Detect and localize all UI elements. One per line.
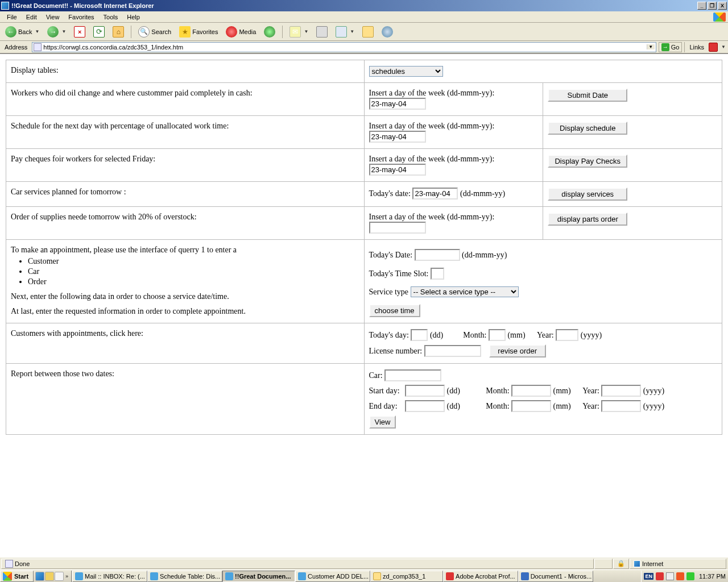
label-car-services: Car services planned for tomorrow : [11, 188, 126, 196]
desktop-icon[interactable] [55, 572, 64, 581]
suffix-format: (dd-mmm-yy) [462, 251, 507, 259]
restore-button[interactable]: ❐ [708, 2, 717, 10]
select-service-type[interactable]: -- Select a service type -- [411, 286, 519, 297]
input-end-year[interactable] [601, 400, 641, 412]
display-paychecks-button[interactable]: Display Pay Checks [548, 155, 627, 168]
page-icon [5, 560, 13, 568]
stop-button[interactable]: × [71, 24, 88, 39]
menu-view[interactable]: View [42, 13, 64, 22]
chevron-down-icon[interactable]: ▼ [304, 29, 308, 34]
ie-icon[interactable] [35, 572, 44, 581]
messenger-button[interactable] [379, 24, 396, 39]
display-services-button[interactable]: display services [548, 188, 627, 201]
input-date-supplies[interactable] [369, 222, 426, 234]
folder-icon [373, 572, 381, 580]
label-workers-cash: Workers who did oil change and where cus… [11, 89, 253, 97]
menu-tools[interactable]: Tools [99, 13, 123, 22]
forward-button[interactable]: →▼ [44, 24, 69, 39]
select-tables[interactable]: schedules [369, 66, 443, 77]
ie-icon [225, 572, 233, 580]
address-input[interactable]: https://corwgl.cs.concordia.ca/zdc353_1/… [32, 42, 656, 52]
language-indicator[interactable]: EN [644, 573, 653, 580]
ql-overflow[interactable]: » [64, 573, 69, 579]
display-parts-button[interactable]: display parts order [548, 213, 627, 226]
menu-edit[interactable]: Edit [22, 13, 42, 22]
url-text[interactable]: https://corwgl.cs.concordia.ca/zdc353_1/… [43, 44, 646, 51]
display-schedule-button[interactable]: Display schedule [548, 122, 627, 135]
appt-p3: At last, enter the requested information… [11, 307, 359, 316]
input-today-date[interactable] [415, 249, 460, 261]
suffix-yyyy: (yyyy) [643, 386, 664, 395]
input-date-paychecks[interactable] [369, 164, 426, 176]
input-car[interactable] [384, 369, 441, 381]
row-car-services: Car services planned for tomorrow : Toda… [6, 182, 722, 207]
mail-button[interactable]: ✉▼ [287, 24, 311, 39]
input-time-slot[interactable] [431, 268, 444, 280]
task-word[interactable]: Document1 - Micros... [518, 571, 593, 582]
history-button[interactable] [261, 24, 278, 39]
input-date-schedule[interactable] [369, 131, 426, 143]
menu-favorites[interactable]: Favorites [64, 13, 98, 22]
input-day[interactable] [411, 329, 428, 341]
input-date-services[interactable] [412, 188, 458, 199]
task-label: Document1 - Micros... [531, 573, 592, 580]
favorites-button[interactable]: ★Favorites [176, 24, 221, 39]
go-button[interactable]: →Go [659, 42, 682, 52]
input-end-day[interactable] [405, 400, 445, 412]
status-empty [594, 559, 613, 569]
start-button[interactable]: Start [0, 571, 34, 582]
choose-time-button[interactable]: choose time [369, 304, 420, 317]
input-end-month[interactable] [511, 400, 551, 412]
menu-help[interactable]: Help [122, 13, 144, 22]
input-month[interactable] [489, 329, 506, 341]
edit-button[interactable]: ▼ [333, 24, 357, 39]
chevron-down-icon[interactable]: ▼ [647, 44, 655, 49]
pdf-icon[interactable] [709, 43, 718, 52]
input-license[interactable] [424, 345, 481, 357]
links-label[interactable]: Links [687, 44, 706, 51]
revise-order-button[interactable]: revise order [489, 344, 546, 357]
search-button[interactable]: 🔍Search [135, 24, 174, 39]
input-year[interactable] [556, 329, 578, 341]
minimize-button[interactable]: _ [697, 2, 706, 10]
tray-icon[interactable] [686, 572, 694, 580]
menu-file[interactable]: File [2, 13, 22, 22]
view-button[interactable]: View [369, 415, 396, 429]
refresh-button[interactable]: ⟳ [90, 24, 107, 39]
search-icon: 🔍 [138, 26, 150, 38]
tray-icon[interactable] [676, 572, 684, 580]
submit-date-button[interactable]: Submit Date [548, 89, 627, 102]
back-button[interactable]: ←Back▼ [2, 24, 42, 39]
input-start-day[interactable] [405, 385, 445, 397]
input-start-year[interactable] [601, 385, 641, 397]
clock[interactable]: 11:37 PM [697, 573, 726, 580]
task-schedule[interactable]: Schedule Table: Dis... [147, 571, 222, 582]
hint-date: Insert a day of the week (dd-mmm-yy): [369, 155, 539, 164]
row-appointment: To make an appointment, please use the i… [6, 240, 722, 323]
chevron-down-icon[interactable]: ▼ [35, 29, 39, 34]
chevron-down-icon[interactable]: ▼ [61, 29, 66, 34]
outlook-icon[interactable] [45, 572, 54, 581]
input-start-month[interactable] [511, 385, 551, 397]
mail-icon: ✉ [289, 26, 301, 38]
close-button[interactable]: X [718, 2, 727, 10]
tray-icon[interactable] [666, 572, 674, 580]
task-customer[interactable]: Customer ADD DEL... [295, 571, 370, 582]
task-mail[interactable]: Mail :: INBOX: Re: (... [72, 571, 147, 582]
tray-icon[interactable] [656, 572, 664, 580]
chevron-down-icon[interactable]: ▼ [721, 44, 726, 49]
suffix-dd: (dd) [430, 331, 443, 339]
print-button[interactable] [313, 24, 330, 39]
input-date-workers[interactable] [369, 98, 426, 110]
media-button[interactable]: Media [223, 24, 259, 39]
page-scroll[interactable]: Display tables: schedules Workers who di… [0, 54, 728, 557]
row-workers-cash: Workers who did oil change and where cus… [6, 83, 722, 116]
task-acrobat[interactable]: Adobe Acrobat Prof... [443, 571, 518, 582]
home-icon: ⌂ [113, 26, 124, 38]
appt-p2: Next, enter the following data in order … [11, 292, 359, 301]
task-folder[interactable]: zd_comp353_1 [370, 571, 443, 582]
discuss-button[interactable] [359, 24, 377, 39]
task-great-document[interactable]: !!Great Documen... [222, 571, 295, 582]
chevron-down-icon[interactable]: ▼ [350, 29, 354, 34]
home-button[interactable]: ⌂ [110, 24, 127, 39]
